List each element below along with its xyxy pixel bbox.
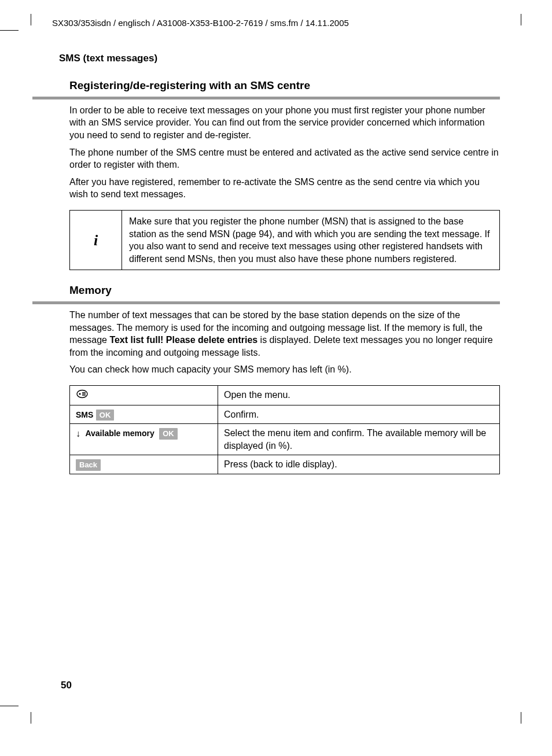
back-key: Back — [76, 459, 101, 471]
step-description: Press (back to idle display). — [218, 455, 500, 474]
heading-memory: Memory — [69, 283, 500, 298]
info-icon: i — [70, 211, 122, 270]
header-path: SX303/353isdn / englisch / A31008-X353-B… — [52, 17, 517, 29]
ok-key: OK — [159, 428, 178, 440]
heading-rule — [32, 97, 500, 99]
info-text: Make sure that you register the phone nu… — [122, 211, 499, 270]
bold-text: Text list full! Please delete entries — [109, 335, 257, 345]
page: SX303/353isdn / englisch / A31008-X353-B… — [0, 0, 552, 756]
crop-mark — [0, 706, 19, 706]
ok-key: OK — [96, 410, 115, 421]
step-action: SMS OK — [70, 405, 218, 424]
crop-mark — [31, 14, 31, 25]
paragraph: The number of text messages that can be … — [69, 309, 500, 359]
svg-rect-3 — [82, 393, 86, 394]
info-box: i Make sure that you register the phone … — [69, 210, 500, 270]
svg-rect-2 — [82, 392, 86, 393]
content: SMS (text messages) Registering/de-regis… — [69, 52, 500, 474]
menu-icon — [76, 389, 89, 402]
table-row: Open the menu. — [70, 385, 500, 405]
crop-mark — [521, 14, 521, 25]
paragraph: After you have registered, remember to r… — [69, 176, 500, 201]
heading-rule — [32, 301, 500, 304]
heading-registering: Registering/de-registering with an SMS c… — [69, 78, 500, 93]
crop-mark — [31, 712, 31, 724]
step-description: Select the menu item and confirm. The av… — [218, 424, 500, 455]
crop-mark — [0, 30, 19, 31]
page-number: 50 — [61, 679, 72, 692]
paragraph: In order to be able to receive text mess… — [69, 104, 500, 142]
sms-label: SMS — [76, 410, 93, 419]
arrow-down-icon: ↓ — [76, 429, 80, 438]
step-description: Open the menu. — [218, 385, 500, 405]
steps-table: Open the menu. SMS OK Confirm. ↓ Availab… — [69, 385, 500, 474]
table-row: Back Press (back to idle display). — [70, 455, 500, 474]
table-row: ↓ Available memory OK Select the menu it… — [70, 424, 500, 455]
step-action: ↓ Available memory OK — [70, 424, 218, 455]
paragraph: You can check how much capacity your SMS… — [69, 363, 500, 376]
svg-point-1 — [79, 393, 80, 394]
svg-rect-4 — [82, 395, 86, 396]
paragraph: The phone number of the SMS centre must … — [69, 146, 500, 171]
step-action — [70, 385, 218, 405]
section-label: SMS (text messages) — [59, 52, 500, 65]
step-description: Confirm. — [218, 405, 500, 424]
table-row: SMS OK Confirm. — [70, 405, 500, 424]
step-action: Back — [70, 455, 218, 474]
crop-mark — [521, 712, 521, 724]
menu-item-label: Available memory — [85, 429, 154, 438]
